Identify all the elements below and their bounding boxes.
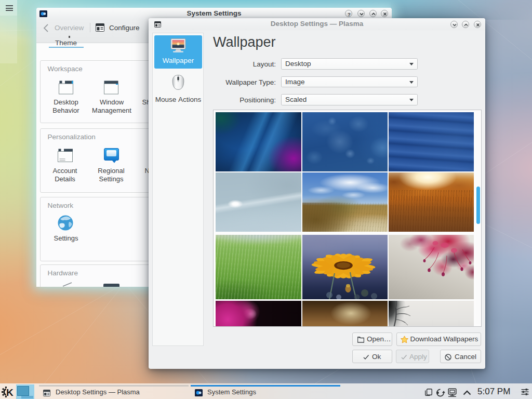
svg-text:K: K: [6, 387, 14, 398]
svg-text:?: ?: [348, 11, 351, 17]
